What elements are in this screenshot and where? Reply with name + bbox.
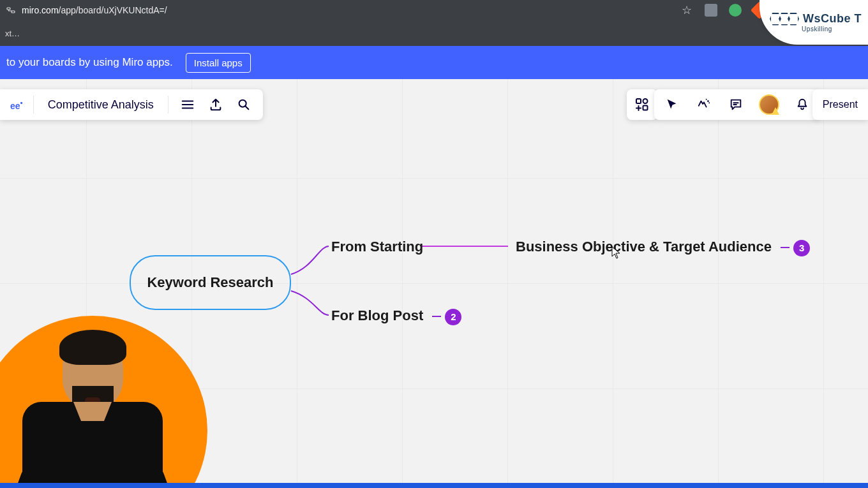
watermark-tagline: Upskilling (802, 26, 832, 33)
apps-promo-banner: to your boards by using Miro apps. Insta… (0, 46, 868, 79)
badge-connector (432, 316, 441, 317)
mindmap-node-for-blog-post[interactable]: For Blog Post 2 (331, 307, 461, 325)
watermark-brand: WsCube T (803, 12, 862, 26)
present-button[interactable]: Present (812, 89, 868, 120)
mindmap-node-business-objective[interactable]: Business Objective & Target Audience 3 (516, 239, 810, 256)
collapsed-count-badge[interactable]: 2 (445, 309, 461, 325)
plan-badge[interactable]: ee• (10, 98, 23, 111)
bookmark-star-icon[interactable]: ☆ (682, 3, 692, 17)
svg-point-4 (643, 99, 648, 103)
reactions-icon[interactable] (695, 96, 713, 114)
svg-point-6 (707, 100, 709, 102)
svg-rect-3 (636, 99, 641, 103)
svg-point-7 (706, 99, 707, 100)
bookmark-label: xt… (5, 29, 20, 38)
collab-toolbar (654, 89, 820, 120)
node-label: For Blog Post (331, 307, 423, 323)
bookmark-item[interactable]: xt… (5, 29, 20, 38)
svg-point-2 (239, 100, 246, 107)
mindmap-root-node[interactable]: Keyword Research (130, 255, 291, 310)
board-title[interactable]: Competitive Analysis (44, 98, 158, 112)
svg-rect-1 (11, 11, 15, 13)
browser-address-bar: miro.com/app/board/uXjVKUNctdA=/ ☆ ◐ S S (0, 0, 868, 20)
board-header-toolbar: ee• Competitive Analysis (0, 89, 263, 120)
notifications-icon[interactable] (793, 96, 811, 114)
svg-point-8 (708, 102, 710, 103)
node-label: Business Objective & Target Audience (516, 239, 772, 255)
svg-rect-0 (7, 8, 10, 10)
extension-icon[interactable] (729, 4, 742, 17)
url-area[interactable]: miro.com/app/board/uXjVKUNctdA=/ (5, 4, 682, 16)
search-icon[interactable] (235, 96, 253, 114)
user-avatar[interactable] (759, 94, 779, 115)
add-apps-button[interactable] (627, 89, 657, 120)
bookmarks-bar: xt… (0, 20, 868, 46)
bottom-progress-bar (0, 483, 868, 488)
mindmap-root-label: Keyword Research (147, 274, 273, 291)
collapsed-count-badge[interactable]: 3 (793, 240, 810, 256)
separator (168, 96, 168, 114)
main-menu-icon[interactable] (179, 96, 197, 114)
promo-text: to your boards by using Miro apps. (6, 56, 173, 69)
install-apps-button[interactable]: Install apps (186, 53, 251, 73)
wscube-watermark: WsCube T Upskilling (760, 0, 868, 45)
separator (33, 96, 34, 114)
badge-connector (781, 247, 789, 248)
comments-icon[interactable] (727, 96, 745, 114)
mindmap-node-from-starting[interactable]: From Starting (331, 239, 423, 255)
node-label: From Starting (331, 239, 423, 255)
export-icon[interactable] (207, 96, 225, 114)
svg-rect-5 (643, 106, 648, 110)
extension-icon[interactable] (705, 4, 717, 17)
page-url: miro.com/app/board/uXjVKUNctdA=/ (22, 5, 167, 15)
cursor-icon[interactable] (663, 96, 681, 114)
site-settings-icon[interactable] (5, 4, 17, 16)
